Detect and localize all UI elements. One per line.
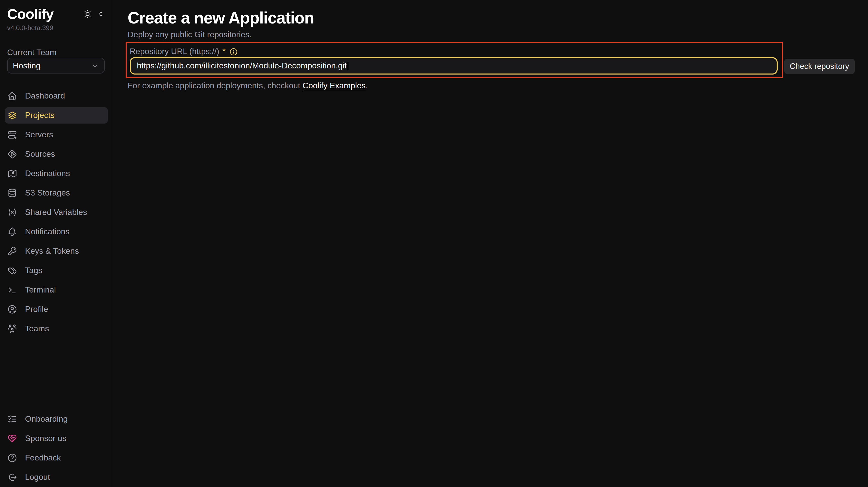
home-icon [7,91,18,101]
server-icon [7,130,18,140]
sidebar-item-projects[interactable]: Projects [5,107,108,124]
sidebar-item-destinations[interactable]: Destinations [5,165,108,182]
sidebar-item-teams[interactable]: Teams [5,321,108,337]
brand-row: Coolify v4.0.0-beta.399 [7,6,105,32]
user-circle-icon [7,304,18,315]
text-caret [348,62,348,70]
team-select[interactable]: Hosting [7,58,105,73]
sidebar-item-label: Logout [25,473,50,482]
sidebar-item-s3-storages[interactable]: S3 Storages [5,185,108,201]
users-group-icon [7,324,18,334]
app-version: v4.0.0-beta.399 [7,24,53,32]
key-icon [7,246,18,256]
page-subtitle: Deploy any public Git repositories. [128,30,855,40]
sidebar-item-keys-tokens[interactable]: Keys & Tokens [5,243,108,259]
current-team-label: Current Team [7,47,105,58]
examples-hint: For example application deployments, che… [128,80,855,91]
sidebar-item-label: Sponsor us [25,434,66,443]
check-repository-button[interactable]: Check repository [784,59,855,74]
sidebar-item-label: Notifications [25,227,69,236]
sidebar-item-sponsor-us[interactable]: Sponsor us [5,430,108,447]
git-icon [7,149,18,159]
info-icon[interactable] [229,47,238,56]
hint-prefix: For example application deployments, che… [128,81,303,90]
layers-icon [7,110,18,121]
sidebar-item-profile[interactable]: Profile [5,301,108,318]
sidebar-item-sources[interactable]: Sources [5,146,108,162]
coolify-examples-link[interactable]: Coolify Examples [303,81,366,90]
help-circle-icon [7,453,18,463]
sidebar-item-tags[interactable]: Tags [5,262,108,279]
sidebar-item-shared-variables[interactable]: Shared Variables [5,204,108,221]
sidebar-item-notifications[interactable]: Notifications [5,224,108,240]
map-x-icon [7,168,18,179]
required-asterisk: * [222,47,225,56]
chevron-down-icon [91,62,99,70]
sidebar-item-label: Profile [25,305,48,314]
logout-icon [7,472,18,482]
sidebar-item-logout[interactable]: Logout [5,469,108,485]
sidebar-nav: DashboardProjectsServersSourcesDestinati… [5,88,108,337]
sidebar-item-label: Dashboard [25,91,65,101]
terminal-icon [7,285,18,295]
database-icon [7,188,18,198]
tags-icon [7,265,18,275]
app-viewport: Coolify v4.0.0-beta.399 Current Team Hos… [0,0,868,487]
sidebar-item-label: Terminal [25,285,56,295]
annotation-highlight-box: Repository URL (https://) * https://gith… [126,42,782,78]
sidebar-item-label: Teams [25,324,49,333]
team-select-value: Hosting [13,61,40,70]
sidebar-item-label: Keys & Tokens [25,247,79,256]
repository-url-value: https://github.com/illicitestonion/Modul… [137,61,347,70]
sidebar-item-dashboard[interactable]: Dashboard [5,88,108,104]
bell-icon [7,227,18,237]
sidebar-item-label: Servers [25,130,53,139]
sidebar-item-servers[interactable]: Servers [5,127,108,143]
sidebar-item-onboarding[interactable]: Onboarding [5,411,108,427]
app-title: Coolify [7,6,53,23]
sidebar-footer-nav: OnboardingSponsor usFeedbackLogout [5,411,108,487]
checklist-icon [7,414,18,424]
sidebar-item-label: Tags [25,266,42,275]
heart-handshake-icon [7,433,18,444]
repository-form-row: Repository URL (https://) * https://gith… [126,42,855,78]
sidebar-item-label: S3 Storages [25,188,70,198]
sidebar-item-terminal[interactable]: Terminal [5,282,108,298]
variable-icon [7,207,18,218]
sidebar-item-label: Projects [25,111,55,120]
sidebar-collapse-selector-icon[interactable] [97,10,105,18]
repository-url-label-row: Repository URL (https://) * [130,47,777,56]
brand-block: Coolify v4.0.0-beta.399 [7,6,53,32]
sidebar-item-label: Feedback [25,453,61,462]
main-content: Create a new Application Deploy any publ… [112,0,868,487]
sidebar-item-label: Destinations [25,169,70,178]
page-title: Create a new Application [128,8,855,28]
sun-theme-toggle-icon[interactable] [83,9,92,19]
sidebar-item-label: Shared Variables [25,208,87,217]
sidebar-item-label: Sources [25,150,55,159]
sidebar-item-feedback[interactable]: Feedback [5,450,108,466]
hint-suffix: . [366,81,368,90]
sidebar: Coolify v4.0.0-beta.399 Current Team Hos… [0,0,112,487]
repository-url-input[interactable]: https://github.com/illicitestonion/Modul… [130,57,777,74]
repository-url-label: Repository URL (https://) [130,47,219,56]
sidebar-item-label: Onboarding [25,415,68,424]
header-icons [83,9,105,32]
